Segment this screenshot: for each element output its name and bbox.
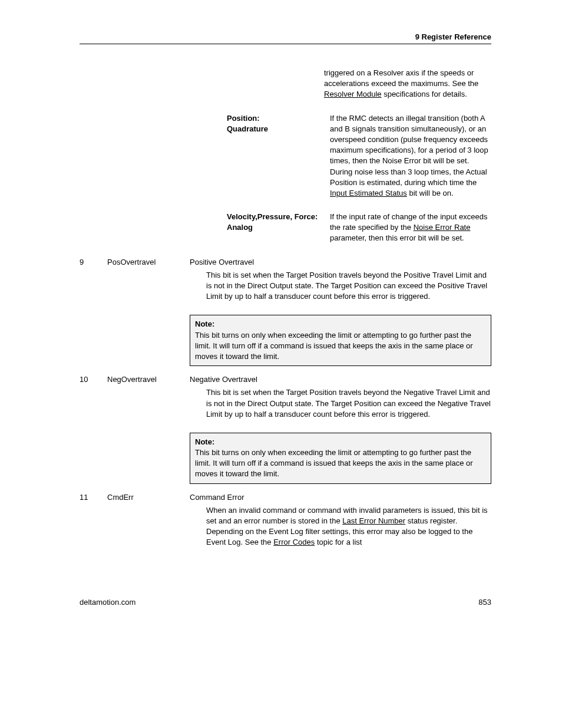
label-line: Position: [227,113,324,124]
text-fragment: bit will be on. [407,189,454,197]
entry-tag: NegOvertravel [107,374,190,428]
page-footer: deltamotion.com 853 [80,598,491,607]
sub-row-label: Position: Quadrature [80,113,330,199]
text-fragment: specifications for details. [382,90,467,98]
header-section: 9 Register Reference [415,32,491,41]
sub-row-desc: If the input rate of change of the input… [330,212,491,244]
resolver-module-link[interactable]: Resolver Module [324,90,382,98]
last-error-number-link[interactable]: Last Error Number [342,516,405,525]
note-text: This bit turns on only when exceeding th… [195,448,473,478]
entry-title: Command Error [190,492,491,503]
label-line: Quadrature [227,124,324,134]
entry-body: Positive Overtravel This bit is set when… [190,257,491,311]
note-box: Note: This bit turns on only when exceed… [190,433,491,484]
text-fragment: topic for a list [315,538,362,546]
label-line: Analog [227,222,324,233]
entry-title: Negative Overtravel [190,374,491,385]
noise-error-rate-link[interactable]: Noise Error Rate [414,223,471,232]
entry-title: Positive Overtravel [190,257,491,268]
entry-tag: CmdErr [107,492,190,556]
text-fragment: triggered on a Resolver axis if the spee… [324,68,478,88]
continued-paragraph: triggered on a Resolver axis if the spee… [80,68,491,100]
text-fragment: If the RMC detects an illegal transition… [330,114,488,187]
register-entry-10: 10 NegOvertravel Negative Overtravel Thi… [80,374,491,428]
entry-number: 9 [80,257,107,311]
sub-row-desc: If the RMC detects an illegal transition… [330,113,491,199]
sub-row-label: Velocity,Pressure, Force: Analog [80,212,330,244]
entry-number: 10 [80,374,107,428]
footer-site: deltamotion.com [80,598,135,607]
content-body: triggered on a Resolver axis if the spee… [80,68,491,556]
entry-tag: PosOvertravel [107,257,190,311]
entry-description: This bit is set when the Target Position… [190,387,491,420]
sub-row-position-quadrature: Position: Quadrature If the RMC detects … [80,113,491,199]
note-label: Note: [195,319,214,328]
note-box: Note: This bit turns on only when exceed… [190,315,491,366]
note-label: Note: [195,437,214,446]
footer-page-number: 853 [478,598,491,607]
entry-body: Command Error When an invalid command or… [190,492,491,556]
entry-number: 11 [80,492,107,556]
register-entry-9: 9 PosOvertravel Positive Overtravel This… [80,257,491,311]
sub-row-velocity-pressure-force: Velocity,Pressure, Force: Analog If the … [80,212,491,244]
note-text: This bit turns on only when exceeding th… [195,331,473,361]
input-estimated-status-link[interactable]: Input Estimated Status [330,189,407,197]
error-codes-link[interactable]: Error Codes [273,538,315,546]
page-header: 9 Register Reference [80,32,491,44]
text-fragment: parameter, then this error bit will be s… [330,233,464,242]
entry-body: Negative Overtravel This bit is set when… [190,374,491,428]
register-entry-11: 11 CmdErr Command Error When an invalid … [80,492,491,556]
entry-description: This bit is set when the Target Position… [190,270,491,302]
label-line: Velocity,Pressure, Force: [227,212,324,222]
entry-description: When an invalid command or command with … [190,505,491,548]
